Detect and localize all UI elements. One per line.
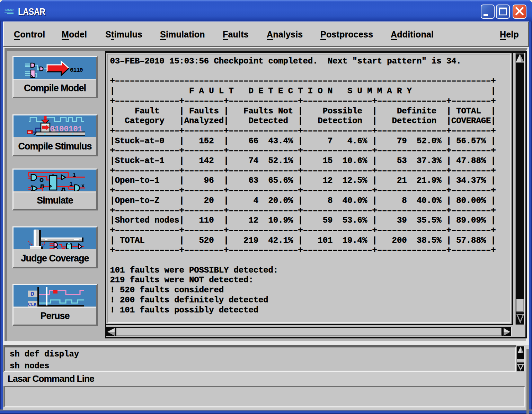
svg-text:1: 1 [69,181,73,188]
svg-text:D: D [31,291,34,297]
svg-text:x: x [81,183,85,189]
svg-text:0110: 0110 [70,67,83,74]
svg-text:1: 1 [72,172,76,179]
svg-text:CLK: CLK [28,302,37,307]
svg-text:LASAR: LASAR [5,8,14,12]
